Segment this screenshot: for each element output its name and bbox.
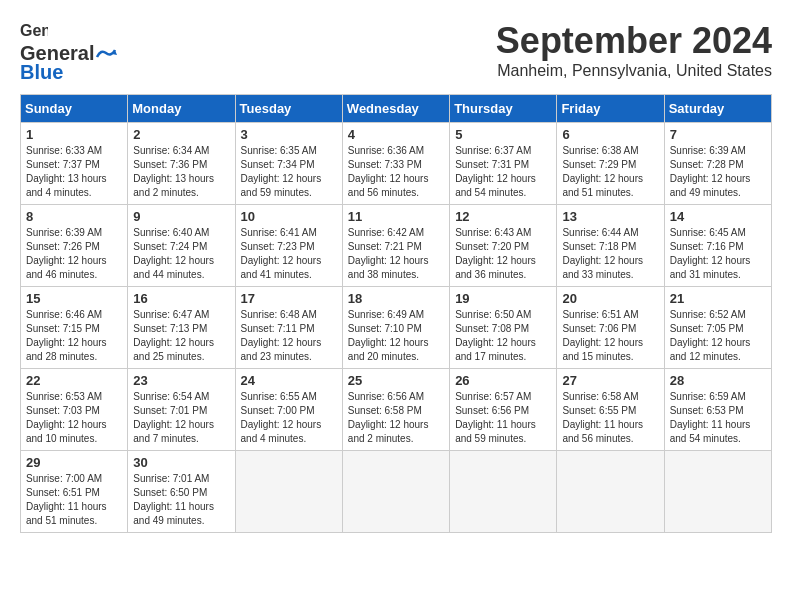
day-info: Sunrise: 6:49 AM Sunset: 7:10 PM Dayligh…: [348, 308, 444, 364]
svg-text:General: General: [20, 22, 48, 39]
day-cell: 10Sunrise: 6:41 AM Sunset: 7:23 PM Dayli…: [235, 205, 342, 287]
day-number: 13: [562, 209, 658, 224]
day-number: 19: [455, 291, 551, 306]
day-info: Sunrise: 6:41 AM Sunset: 7:23 PM Dayligh…: [241, 226, 337, 282]
day-number: 2: [133, 127, 229, 142]
day-number: 24: [241, 373, 337, 388]
day-cell: 24Sunrise: 6:55 AM Sunset: 7:00 PM Dayli…: [235, 369, 342, 451]
day-number: 27: [562, 373, 658, 388]
week-row-4: 29Sunrise: 7:00 AM Sunset: 6:51 PM Dayli…: [21, 451, 772, 533]
day-info: Sunrise: 6:59 AM Sunset: 6:53 PM Dayligh…: [670, 390, 766, 446]
day-cell: 4Sunrise: 6:36 AM Sunset: 7:33 PM Daylig…: [342, 123, 449, 205]
day-number: 3: [241, 127, 337, 142]
day-info: Sunrise: 6:56 AM Sunset: 6:58 PM Dayligh…: [348, 390, 444, 446]
day-info: Sunrise: 6:43 AM Sunset: 7:20 PM Dayligh…: [455, 226, 551, 282]
day-info: Sunrise: 6:38 AM Sunset: 7:29 PM Dayligh…: [562, 144, 658, 200]
day-cell: 3Sunrise: 6:35 AM Sunset: 7:34 PM Daylig…: [235, 123, 342, 205]
weekday-header-saturday: Saturday: [664, 95, 771, 123]
day-number: 8: [26, 209, 122, 224]
day-info: Sunrise: 6:54 AM Sunset: 7:01 PM Dayligh…: [133, 390, 229, 446]
day-cell: 11Sunrise: 6:42 AM Sunset: 7:21 PM Dayli…: [342, 205, 449, 287]
day-info: Sunrise: 6:50 AM Sunset: 7:08 PM Dayligh…: [455, 308, 551, 364]
day-number: 17: [241, 291, 337, 306]
day-number: 26: [455, 373, 551, 388]
day-info: Sunrise: 6:45 AM Sunset: 7:16 PM Dayligh…: [670, 226, 766, 282]
day-cell: 19Sunrise: 6:50 AM Sunset: 7:08 PM Dayli…: [450, 287, 557, 369]
day-number: 16: [133, 291, 229, 306]
day-info: Sunrise: 6:34 AM Sunset: 7:36 PM Dayligh…: [133, 144, 229, 200]
day-cell: [450, 451, 557, 533]
day-cell: [557, 451, 664, 533]
day-number: 4: [348, 127, 444, 142]
logo-wave-icon: [95, 45, 117, 63]
day-cell: 14Sunrise: 6:45 AM Sunset: 7:16 PM Dayli…: [664, 205, 771, 287]
day-number: 10: [241, 209, 337, 224]
day-info: Sunrise: 6:53 AM Sunset: 7:03 PM Dayligh…: [26, 390, 122, 446]
day-number: 6: [562, 127, 658, 142]
weekday-header-monday: Monday: [128, 95, 235, 123]
week-row-1: 8Sunrise: 6:39 AM Sunset: 7:26 PM Daylig…: [21, 205, 772, 287]
month-title: September 2024: [496, 20, 772, 62]
day-info: Sunrise: 6:33 AM Sunset: 7:37 PM Dayligh…: [26, 144, 122, 200]
day-info: Sunrise: 6:57 AM Sunset: 6:56 PM Dayligh…: [455, 390, 551, 446]
day-cell: 6Sunrise: 6:38 AM Sunset: 7:29 PM Daylig…: [557, 123, 664, 205]
day-cell: 15Sunrise: 6:46 AM Sunset: 7:15 PM Dayli…: [21, 287, 128, 369]
day-cell: 16Sunrise: 6:47 AM Sunset: 7:13 PM Dayli…: [128, 287, 235, 369]
day-number: 12: [455, 209, 551, 224]
day-cell: 21Sunrise: 6:52 AM Sunset: 7:05 PM Dayli…: [664, 287, 771, 369]
day-cell: 20Sunrise: 6:51 AM Sunset: 7:06 PM Dayli…: [557, 287, 664, 369]
day-cell: [664, 451, 771, 533]
day-number: 15: [26, 291, 122, 306]
day-cell: 29Sunrise: 7:00 AM Sunset: 6:51 PM Dayli…: [21, 451, 128, 533]
calendar-table: SundayMondayTuesdayWednesdayThursdayFrid…: [20, 94, 772, 533]
weekday-header-tuesday: Tuesday: [235, 95, 342, 123]
day-cell: [235, 451, 342, 533]
day-cell: 2Sunrise: 6:34 AM Sunset: 7:36 PM Daylig…: [128, 123, 235, 205]
day-info: Sunrise: 6:44 AM Sunset: 7:18 PM Dayligh…: [562, 226, 658, 282]
day-info: Sunrise: 7:00 AM Sunset: 6:51 PM Dayligh…: [26, 472, 122, 528]
day-cell: 30Sunrise: 7:01 AM Sunset: 6:50 PM Dayli…: [128, 451, 235, 533]
week-row-2: 15Sunrise: 6:46 AM Sunset: 7:15 PM Dayli…: [21, 287, 772, 369]
day-number: 23: [133, 373, 229, 388]
day-cell: 13Sunrise: 6:44 AM Sunset: 7:18 PM Dayli…: [557, 205, 664, 287]
day-cell: [342, 451, 449, 533]
day-cell: 5Sunrise: 6:37 AM Sunset: 7:31 PM Daylig…: [450, 123, 557, 205]
day-info: Sunrise: 6:47 AM Sunset: 7:13 PM Dayligh…: [133, 308, 229, 364]
day-number: 21: [670, 291, 766, 306]
day-cell: 9Sunrise: 6:40 AM Sunset: 7:24 PM Daylig…: [128, 205, 235, 287]
logo: General General Blue: [20, 20, 117, 84]
day-info: Sunrise: 6:58 AM Sunset: 6:55 PM Dayligh…: [562, 390, 658, 446]
day-number: 29: [26, 455, 122, 470]
day-cell: 17Sunrise: 6:48 AM Sunset: 7:11 PM Dayli…: [235, 287, 342, 369]
day-number: 20: [562, 291, 658, 306]
day-info: Sunrise: 6:37 AM Sunset: 7:31 PM Dayligh…: [455, 144, 551, 200]
day-cell: 26Sunrise: 6:57 AM Sunset: 6:56 PM Dayli…: [450, 369, 557, 451]
day-number: 25: [348, 373, 444, 388]
day-cell: 23Sunrise: 6:54 AM Sunset: 7:01 PM Dayli…: [128, 369, 235, 451]
day-number: 22: [26, 373, 122, 388]
weekday-header-friday: Friday: [557, 95, 664, 123]
day-cell: 28Sunrise: 6:59 AM Sunset: 6:53 PM Dayli…: [664, 369, 771, 451]
day-cell: 12Sunrise: 6:43 AM Sunset: 7:20 PM Dayli…: [450, 205, 557, 287]
day-info: Sunrise: 6:55 AM Sunset: 7:00 PM Dayligh…: [241, 390, 337, 446]
day-number: 14: [670, 209, 766, 224]
day-info: Sunrise: 6:52 AM Sunset: 7:05 PM Dayligh…: [670, 308, 766, 364]
day-info: Sunrise: 6:39 AM Sunset: 7:28 PM Dayligh…: [670, 144, 766, 200]
day-cell: 27Sunrise: 6:58 AM Sunset: 6:55 PM Dayli…: [557, 369, 664, 451]
day-cell: 18Sunrise: 6:49 AM Sunset: 7:10 PM Dayli…: [342, 287, 449, 369]
day-number: 7: [670, 127, 766, 142]
day-info: Sunrise: 6:35 AM Sunset: 7:34 PM Dayligh…: [241, 144, 337, 200]
day-info: Sunrise: 7:01 AM Sunset: 6:50 PM Dayligh…: [133, 472, 229, 528]
header-row: SundayMondayTuesdayWednesdayThursdayFrid…: [21, 95, 772, 123]
day-cell: 22Sunrise: 6:53 AM Sunset: 7:03 PM Dayli…: [21, 369, 128, 451]
day-info: Sunrise: 6:42 AM Sunset: 7:21 PM Dayligh…: [348, 226, 444, 282]
logo-icon: General: [20, 20, 48, 42]
day-number: 5: [455, 127, 551, 142]
weekday-header-wednesday: Wednesday: [342, 95, 449, 123]
weekday-header-sunday: Sunday: [21, 95, 128, 123]
day-info: Sunrise: 6:46 AM Sunset: 7:15 PM Dayligh…: [26, 308, 122, 364]
day-cell: 1Sunrise: 6:33 AM Sunset: 7:37 PM Daylig…: [21, 123, 128, 205]
day-cell: 7Sunrise: 6:39 AM Sunset: 7:28 PM Daylig…: [664, 123, 771, 205]
day-number: 1: [26, 127, 122, 142]
week-row-3: 22Sunrise: 6:53 AM Sunset: 7:03 PM Dayli…: [21, 369, 772, 451]
